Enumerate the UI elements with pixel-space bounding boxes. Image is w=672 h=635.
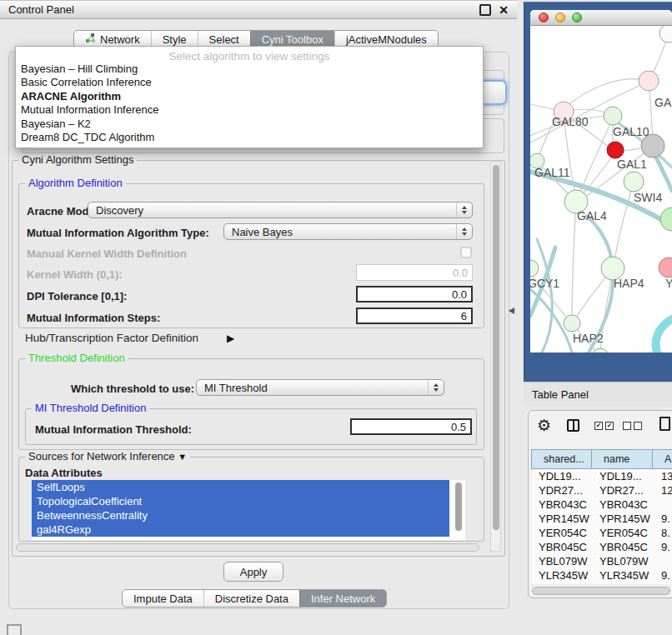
apply-button[interactable]: Apply <box>223 562 283 582</box>
dropdown-list: Bayesian – Hill ClimbingBasic Correlatio… <box>16 62 483 144</box>
attributes-scrollbar[interactable] <box>454 482 463 537</box>
minimized-panel-button[interactable] <box>7 624 22 635</box>
dropdown-item[interactable]: Basic Correlation Inference <box>16 76 483 89</box>
table-row[interactable]: YER054CYER054C8. <box>532 526 672 540</box>
column-header[interactable]: A <box>652 449 672 469</box>
tab-style[interactable]: Style <box>151 31 198 48</box>
checkbox-unchecked-icon[interactable] <box>623 422 631 430</box>
table-cell: YDR27... <box>532 484 593 497</box>
table-header: shared...nameA <box>532 449 672 469</box>
sources-collapse-icon[interactable]: ▼ <box>178 452 187 462</box>
zoom-window-icon[interactable] <box>572 12 582 22</box>
tab-label: Infer Network <box>311 592 375 605</box>
checkbox-checked-icon[interactable]: ✓ <box>605 422 614 430</box>
table-cell: YLR345W <box>532 569 593 582</box>
table-cell: YER054C <box>532 527 593 539</box>
network-node-y[interactable] <box>659 258 672 278</box>
network-node-gcy1[interactable] <box>530 260 539 277</box>
tab-jactivemnodules[interactable]: jActiveMNodules <box>334 31 438 48</box>
network-node-gal10[interactable] <box>604 107 622 125</box>
algorithm-definition-title: Algorithm Definition <box>25 178 126 189</box>
mi-steps-value: 6 <box>461 310 467 322</box>
mi-steps-field[interactable]: 6 <box>356 308 473 324</box>
manual-kernel-label: Manual Kernel Width Definition <box>27 248 187 260</box>
table-row[interactable]: YDL19...YDL19...13 <box>532 469 672 483</box>
dpi-tolerance-field[interactable]: 0.0 <box>356 286 473 302</box>
tab-network[interactable]: Network <box>74 31 151 48</box>
node-label: GAL11 <box>534 166 570 179</box>
algorithm-dropdown: Select algorithm to view settings Bayesi… <box>15 46 484 148</box>
table-row[interactable]: YPR145WYPR145W9. <box>532 512 672 526</box>
table-row[interactable]: YLR345WYLR345W9. <box>532 568 672 582</box>
table-cell: YDL19... <box>532 470 593 482</box>
cyni-settings-title: Cyni Algorithm Settings <box>18 154 137 166</box>
settings-vertical-scrollbar[interactable] <box>490 162 501 552</box>
manual-kernel-checkbox[interactable] <box>460 247 472 258</box>
network-node[interactable] <box>659 26 672 42</box>
dropdown-placeholder: Select algorithm to view settings <box>16 50 483 62</box>
node-label: GAL80 <box>552 115 589 128</box>
mi-threshold-field[interactable]: 0.5 <box>350 418 472 435</box>
tab-select[interactable]: Select <box>198 31 250 48</box>
attribute-item[interactable]: BetweennessCentrality <box>32 508 449 522</box>
cyni-bottom-tabbar: Impute DataDiscretize DataInfer Network <box>122 589 387 608</box>
table-cell: YBL079W <box>532 555 593 568</box>
network-edge <box>572 204 576 321</box>
network-node-gal1[interactable] <box>607 142 624 158</box>
table-row[interactable]: YBR043CYBR043C <box>532 498 672 512</box>
float-panel-icon[interactable] <box>479 4 491 16</box>
kernel-width-field[interactable]: 0.0 <box>356 264 473 281</box>
table-row[interactable]: YDR27...YDR27...12 <box>532 483 672 498</box>
column-header[interactable]: shared... <box>531 449 592 469</box>
mi-type-select[interactable]: Naive Bayes <box>223 223 473 240</box>
tab-label: Select <box>209 33 239 46</box>
dropdown-item[interactable]: Dream8 DC_TDC Algorithm <box>16 131 483 144</box>
close-window-icon[interactable] <box>539 12 549 22</box>
close-icon[interactable]: ✕ <box>499 6 509 14</box>
tab-label: Network <box>100 33 140 46</box>
network-window[interactable]: GALGAL80GAL10GAL1GAL11SWI4GAL4GCY1HAP4YH… <box>530 10 672 352</box>
checkbox-checked-icon[interactable]: ✓ <box>594 422 603 430</box>
attribute-item[interactable]: TopologicalCoefficient <box>32 494 449 508</box>
sources-title[interactable]: Sources for Network Inference ▼ <box>25 451 190 462</box>
tab-infer-network[interactable]: Infer Network <box>299 590 386 607</box>
network-node-gal[interactable] <box>639 71 659 91</box>
columns-icon[interactable] <box>567 419 579 432</box>
tab-label: Impute Data <box>133 592 193 605</box>
dropdown-item[interactable]: ARACNE Algorithm <box>16 90 483 103</box>
document-icon[interactable] <box>659 417 670 431</box>
network-node-hap2[interactable] <box>564 315 580 332</box>
table-cell: YBL079W <box>593 555 654 568</box>
kernel-width-value: 0.0 <box>453 267 468 279</box>
tab-discretize-data[interactable]: Discretize Data <box>203 590 299 607</box>
hub-section-label[interactable]: Hub/Transcription Factor Definition <box>25 332 198 344</box>
attribute-item[interactable]: SelfLoops <box>32 480 449 494</box>
network-node[interactable] <box>660 208 672 231</box>
attribute-item[interactable]: gal4RGexp <box>32 522 449 537</box>
dropdown-item[interactable]: Mutual Information Inference <box>16 103 483 117</box>
table-horizontal-scrollbar[interactable] <box>530 586 672 596</box>
dropdown-item[interactable]: Bayesian – K2 <box>16 118 483 131</box>
network-canvas[interactable]: GALGAL80GAL10GAL1GAL11SWI4GAL4GCY1HAP4YH… <box>530 26 672 352</box>
table-row[interactable]: YBL079WYBL079W <box>532 554 672 568</box>
column-header[interactable]: name <box>591 449 653 469</box>
gear-icon[interactable]: ⚙ <box>537 418 551 434</box>
table-row[interactable]: YBR045CYBR045C9. <box>532 540 672 554</box>
settings-horizontal-scrollbar[interactable] <box>14 542 488 553</box>
data-attributes-list[interactable]: SelfLoopsTopologicalCoefficientBetweenne… <box>32 480 465 540</box>
which-threshold-select[interactable]: MI Threshold <box>196 379 444 396</box>
table-cell: YLR345W <box>593 569 654 582</box>
tab-cyni-toolbox[interactable]: Cyni Toolbox <box>250 31 334 48</box>
table-body: YDL19...YDL19...13YDR27...YDR27...12YBR0… <box>532 469 672 584</box>
aracne-mode-select[interactable]: Discovery <box>88 202 473 218</box>
table-panel: ⚙ ✓ ✓ shared...nameA YDL19...YDL19...13Y… <box>528 410 672 598</box>
dropdown-item[interactable]: Bayesian – Hill Climbing <box>16 62 483 76</box>
app-root: Control Panel ✕ NetworkStyleSelectCyni T… <box>0 0 672 635</box>
minimize-window-icon[interactable] <box>555 12 565 22</box>
table-cell: 13 <box>654 470 672 482</box>
network-node-swi4[interactable] <box>624 172 644 192</box>
node-label: GAL <box>654 96 672 109</box>
checkbox-unchecked-icon[interactable] <box>634 422 642 430</box>
table-row[interactable]: YIL052CYIL052C9 <box>532 582 672 584</box>
tab-impute-data[interactable]: Impute Data <box>123 590 203 607</box>
